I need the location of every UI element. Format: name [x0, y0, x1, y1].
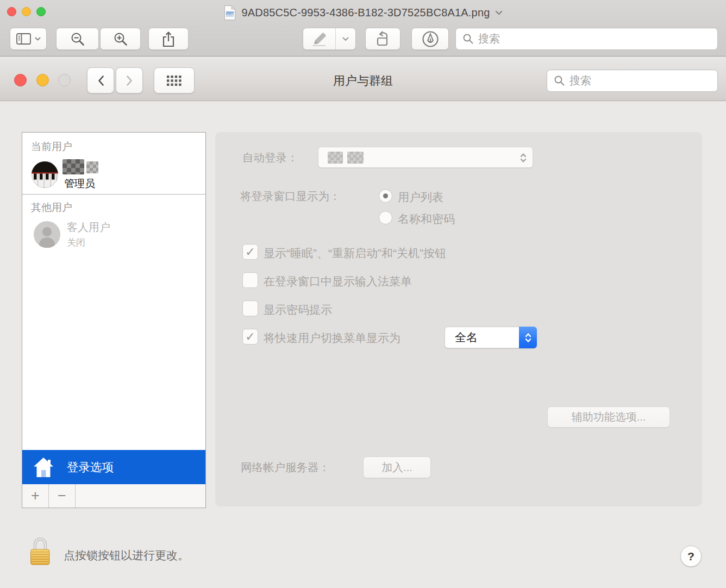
current-user-row[interactable]: 管理员 [22, 157, 205, 193]
markup-toolbar-button[interactable] [411, 28, 449, 50]
share-button[interactable] [148, 28, 189, 50]
redacted-username [62, 159, 84, 174]
zoom-in-button[interactable] [100, 28, 141, 50]
login-window-label: 将登录窗口显示为： [240, 189, 341, 204]
checkbox-label: 显示密码提示 [264, 302, 332, 317]
fast-user-switching-value: 全名 [445, 330, 478, 345]
search-input[interactable] [478, 33, 717, 45]
current-user-avatar [32, 161, 58, 188]
prefs-search-field[interactable] [547, 70, 718, 92]
checkbox-label: 在登录窗口中显示输入法菜单 [264, 274, 412, 289]
sidebar-toggle-button[interactable] [10, 28, 47, 50]
check-icon: ✓ [245, 331, 255, 343]
fast-user-switching-popup[interactable]: 全名 [445, 327, 537, 348]
pen-circle-icon [421, 29, 440, 49]
guest-user-avatar [34, 221, 60, 248]
screen: 9AD85C5C-9953-4386-B182-3D7525BC8A1A.png [0, 0, 726, 588]
popup-chevrons-icon [519, 152, 528, 164]
pm-bar-spacer [76, 484, 205, 508]
help-button[interactable]: ? [680, 546, 702, 567]
zoom-out-button[interactable] [56, 28, 99, 50]
preview-search-field[interactable] [455, 28, 718, 50]
other-users-header: 其他用户 [31, 201, 72, 215]
checkbox-label: 显示“睡眠”、“重新启动”和“关机”按钮 [264, 246, 446, 261]
markup-pen-split-button[interactable] [303, 28, 356, 50]
sidebar-item-login-options[interactable]: 登录选项 [22, 450, 205, 484]
checkbox-label: 将快速用户切换菜单显示为 [264, 330, 400, 346]
radio-name-password-label: 名称和密码 [398, 211, 455, 227]
accessibility-options-button[interactable]: 辅助功能选项... [547, 406, 670, 428]
checkbox-input-menu[interactable] [242, 272, 258, 288]
remove-user-button[interactable]: − [49, 484, 76, 508]
current-user-role: 管理员 [64, 177, 95, 191]
checkbox-show-sleep-restart-shutdown[interactable]: ✓ [242, 244, 258, 260]
current-user-header: 当前用户 [31, 140, 72, 154]
auto-login-label: 自动登录： [242, 150, 298, 165]
radio-users-list[interactable] [379, 189, 392, 203]
lock-icon[interactable] [27, 535, 53, 566]
join-button[interactable]: 加入... [363, 456, 431, 478]
title-chevron-down-icon[interactable] [495, 10, 503, 15]
markup-menu-chevron-icon[interactable] [336, 37, 355, 41]
checkbox-fast-user-switching[interactable]: ✓ [242, 329, 258, 345]
sidebar-divider [22, 194, 205, 195]
auto-login-popup[interactable] [318, 147, 533, 168]
lock-hint-text: 点按锁按钮以进行更改。 [64, 548, 189, 563]
file-proxy-icon [223, 5, 236, 21]
prefs-search-input[interactable] [569, 74, 717, 87]
markup-pen-icon [303, 32, 335, 46]
add-remove-bar: + − [22, 484, 205, 508]
popup-chevrons-icon [519, 327, 537, 348]
rotate-left-icon [374, 30, 392, 47]
zoom-out-icon [70, 32, 85, 47]
redacted-auto-login-value-2 [347, 152, 364, 164]
rotate-left-button[interactable] [365, 28, 400, 50]
network-account-server-label: 网络帐户服务器： [241, 460, 330, 475]
window-title-group: 9AD85C5C-9953-4386-B182-3D7525BC8A1A.png [0, 4, 726, 21]
zoom-in-icon [113, 32, 128, 47]
login-options-panel: 自动登录： 将登录窗口显示为： 用户列表 名称和密码 ✓ 显示“睡眠”、“重新启… [215, 132, 702, 506]
share-icon [162, 31, 175, 47]
checkbox-password-hints[interactable] [242, 301, 258, 316]
house-icon [32, 456, 55, 479]
user-list-sidebar: 当前用户 [22, 132, 206, 508]
sidebar-icon [16, 33, 31, 45]
preview-window-chrome: 9AD85C5C-9953-4386-B182-3D7525BC8A1A.png [0, 0, 726, 57]
search-icon [554, 75, 565, 86]
guest-user-row[interactable]: 客人用户 关闭 [22, 217, 205, 253]
redacted-auto-login-value [328, 152, 343, 164]
check-icon: ✓ [245, 246, 255, 258]
radio-name-password[interactable] [379, 211, 392, 224]
login-options-label: 登录选项 [67, 459, 114, 475]
chevron-down-icon [35, 37, 41, 41]
add-user-button[interactable]: + [22, 484, 49, 508]
search-icon [462, 33, 474, 45]
radio-users-list-label: 用户列表 [398, 190, 443, 205]
guest-user-status: 关闭 [67, 236, 85, 249]
guest-user-name: 客人用户 [67, 220, 110, 235]
prefs-window-titlebar: 用户与群组 [0, 57, 726, 101]
window-title: 9AD85C5C-9953-4386-B182-3D7525BC8A1A.png [241, 7, 490, 19]
redacted-username-2 [86, 161, 98, 173]
